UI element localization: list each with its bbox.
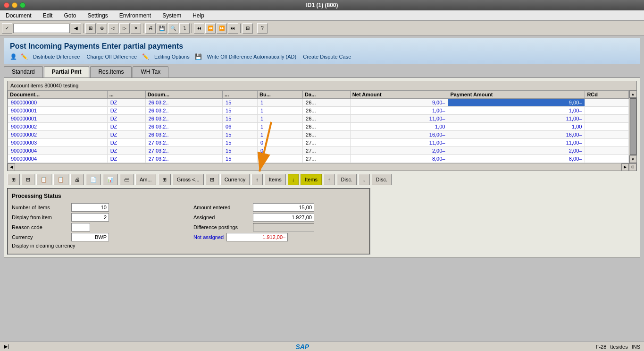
- table-cell[interactable]: DZ: [107, 99, 145, 107]
- scroll-down-arrow[interactable]: ▼: [629, 155, 637, 163]
- scroll-left-arrow[interactable]: ◀: [8, 163, 15, 171]
- table-cell[interactable]: 15: [223, 99, 258, 107]
- menu-system[interactable]: System: [160, 11, 183, 20]
- table-row[interactable]: 900000002DZ26.03.2..15126...16,00–16,00–: [8, 131, 629, 139]
- next-icon[interactable]: ⏩: [217, 23, 227, 34]
- editing-options-btn[interactable]: Editing Options: [153, 53, 191, 60]
- table-cell[interactable]: DZ: [107, 139, 145, 147]
- table-cell[interactable]: 0: [257, 139, 302, 147]
- table-row[interactable]: 900000002DZ26.03.2..06126...1,001,00: [8, 123, 629, 131]
- gross-btn[interactable]: Gross <...: [173, 174, 204, 185]
- scroll-right-arrow[interactable]: ▶: [621, 163, 629, 171]
- items-down-btn[interactable]: ↓: [288, 174, 299, 185]
- currency-button[interactable]: Currency: [220, 174, 250, 185]
- create-dispute-btn[interactable]: Create Dispute Case: [301, 53, 352, 60]
- maximize-button[interactable]: [20, 2, 25, 8]
- first-icon[interactable]: ⏮: [194, 23, 204, 34]
- table-cell[interactable]: 27...: [303, 147, 351, 155]
- table-cell[interactable]: 26...: [303, 99, 351, 107]
- layout-icon[interactable]: ⊟: [243, 23, 253, 34]
- distribute-difference-btn[interactable]: Distribute Difference: [32, 53, 81, 60]
- icon-btn-1[interactable]: ⊞: [7, 174, 20, 185]
- table-cell[interactable]: 900000001: [8, 107, 108, 115]
- table-cell[interactable]: 26...: [303, 123, 351, 131]
- table-cell[interactable]: 15: [223, 131, 258, 139]
- table-cell[interactable]: DZ: [107, 131, 145, 139]
- col-net-amount[interactable]: Net Amount: [350, 91, 448, 99]
- table-cell[interactable]: 2,00–: [350, 147, 448, 155]
- table-cell[interactable]: DZ: [107, 147, 145, 155]
- save-icon[interactable]: 💾: [157, 23, 167, 34]
- icon-btn-4[interactable]: 📋: [53, 174, 68, 185]
- table-cell[interactable]: [585, 139, 629, 147]
- table-row[interactable]: 900000003DZ27.03.2..15027...11,00–11,00–: [8, 139, 629, 147]
- menu-goto[interactable]: Goto: [62, 11, 78, 20]
- table-cell[interactable]: [585, 131, 629, 139]
- find-next-icon[interactable]: ⤵: [179, 23, 190, 34]
- back-btn-icon[interactable]: ◁: [108, 23, 118, 34]
- status-nav-icon[interactable]: ▶|: [4, 343, 9, 350]
- table-cell[interactable]: 11,00–: [350, 139, 448, 147]
- currency-value[interactable]: BWP: [71, 233, 109, 241]
- prev-icon[interactable]: ⏪: [205, 23, 216, 34]
- table-cell[interactable]: 1: [257, 99, 302, 107]
- table-cell[interactable]: [585, 115, 629, 123]
- icon-btn-6[interactable]: 🗃: [120, 174, 134, 185]
- table-cell[interactable]: 27...: [303, 139, 351, 147]
- col-document[interactable]: Document...: [8, 91, 108, 99]
- table-cell[interactable]: [585, 99, 629, 107]
- col-payment-amount[interactable]: Payment Amount: [448, 91, 585, 99]
- table-cell[interactable]: 11,00–: [448, 139, 585, 147]
- table-cell[interactable]: 26...: [303, 131, 351, 139]
- col-da[interactable]: Da...: [303, 91, 351, 99]
- table-cell[interactable]: 27.03.2..: [145, 139, 222, 147]
- table-cell[interactable]: 15: [223, 115, 258, 123]
- table-cell[interactable]: 1: [257, 107, 302, 115]
- am-button[interactable]: Am...: [135, 174, 156, 185]
- table-cell[interactable]: [585, 155, 629, 163]
- table-cell[interactable]: DZ: [107, 115, 145, 123]
- table-cell[interactable]: 15: [223, 107, 258, 115]
- table-cell[interactable]: 900000001: [8, 115, 108, 123]
- last-icon[interactable]: ⏭: [228, 23, 238, 34]
- table-cell[interactable]: [585, 123, 629, 131]
- table-cell[interactable]: 900000002: [8, 131, 108, 139]
- col-c2[interactable]: ...: [223, 91, 258, 99]
- forward-btn-icon[interactable]: ▷: [119, 23, 130, 34]
- display-from-item-value[interactable]: 2: [71, 213, 109, 222]
- table-cell[interactable]: 900000000: [8, 99, 108, 107]
- table-cell[interactable]: 1,00: [448, 123, 585, 131]
- col-rcd[interactable]: RCd: [585, 91, 629, 99]
- menu-help[interactable]: Help: [191, 11, 206, 20]
- col-c1[interactable]: ...: [107, 91, 145, 99]
- horiz-track[interactable]: [15, 164, 621, 171]
- table-cell[interactable]: 26...: [303, 115, 351, 123]
- charge-off-difference-btn[interactable]: Charge Off Difference: [85, 53, 138, 60]
- table-row[interactable]: 900000004DZ27.03.2..15027...2,00–2,00–: [8, 147, 629, 155]
- find-icon[interactable]: 🔍: [168, 23, 178, 34]
- table-cell[interactable]: 2,00–: [448, 147, 585, 155]
- col-docnum[interactable]: Docum...: [145, 91, 222, 99]
- help-icon[interactable]: ?: [257, 23, 268, 34]
- print-btn[interactable]: 🖨: [70, 174, 84, 185]
- table-cell[interactable]: 8,00–: [448, 155, 585, 163]
- table-cell[interactable]: 8,00–: [350, 155, 448, 163]
- table-cell[interactable]: [585, 147, 629, 155]
- items-button-1[interactable]: Items: [265, 174, 286, 185]
- columns-icon[interactable]: ⊞: [629, 163, 636, 171]
- table-cell[interactable]: 1,00: [350, 123, 448, 131]
- table-cell[interactable]: 1,00–: [350, 107, 448, 115]
- disc-button-2[interactable]: Disc.: [372, 174, 392, 185]
- table-row[interactable]: 900000004DZ27.03.2..15027...8,00–8,00–: [8, 155, 629, 163]
- table-row[interactable]: 900000000DZ26.03.2..15126...9,00–9,00–: [8, 99, 629, 107]
- table-cell[interactable]: 26.03.2..: [145, 107, 222, 115]
- table-cell[interactable]: 26.03.2..: [145, 115, 222, 123]
- table-cell[interactable]: 16,00–: [350, 131, 448, 139]
- table-cell[interactable]: 900000002: [8, 123, 108, 131]
- icon-btn-3[interactable]: 📋: [36, 174, 51, 185]
- scroll-thumb[interactable]: [630, 98, 636, 155]
- table-cell[interactable]: 900000004: [8, 155, 108, 163]
- table-cell[interactable]: 9,00–: [350, 99, 448, 107]
- table-cell[interactable]: 9,00–: [448, 99, 585, 107]
- print-icon[interactable]: 🖨: [145, 23, 156, 34]
